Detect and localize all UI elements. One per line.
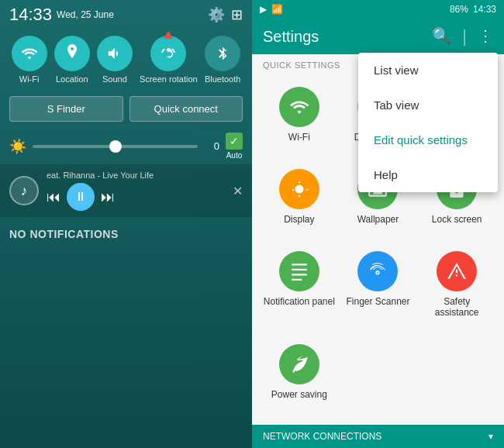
brightness-icon: ☀️ (9, 138, 26, 155)
location-label: Location (56, 74, 88, 84)
display-circle (279, 169, 319, 209)
wifi-settings-circle (279, 87, 319, 127)
left-date: Wed, 25 June (57, 9, 114, 20)
play-pause-button[interactable]: ⏸ (67, 183, 95, 211)
quick-icon-bluetooth[interactable]: Bluetooth (205, 36, 240, 84)
settings-header-icons: 🔍 | ⋮ (432, 26, 493, 47)
auto-brightness-toggle[interactable]: ✓ Auto (226, 133, 243, 160)
settings-item-power-saving[interactable]: Power saving (260, 336, 339, 419)
wifi-circle (12, 36, 47, 71)
wifi-settings-label: Wi-Fi (288, 132, 310, 143)
settings-item-safety-assistance[interactable]: Safety assistance (417, 243, 496, 336)
screen-rotation-circle (150, 36, 186, 71)
safety-assistance-label: Safety assistance (420, 296, 493, 318)
checkmark-icon: ✓ (226, 133, 243, 150)
settings-item-finger-scanner[interactable]: Finger Scanner (339, 243, 418, 336)
left-status-bar: 14:33 Wed, 25 June ⚙️ ⊞ (0, 0, 252, 29)
prev-button[interactable]: ⏮ (47, 189, 60, 205)
music-album-icon: ♪ (9, 176, 39, 205)
sound-circle (97, 36, 133, 71)
s-finder-button[interactable]: S Finder (9, 96, 123, 122)
lock-screen-label: Lock screen (432, 214, 482, 225)
brightness-thumb (109, 140, 122, 153)
right-time: 14:33 (473, 4, 496, 15)
brightness-slider[interactable] (33, 145, 198, 148)
brightness-value: 0 (204, 140, 219, 152)
power-saving-label: Power saving (271, 389, 327, 400)
dropdown-edit-quick-settings[interactable]: Edit quick settings (358, 122, 498, 157)
music-close-button[interactable]: ✕ (233, 184, 243, 198)
search-icon[interactable]: 🔍 (432, 26, 451, 47)
music-controls: ⏮ ⏸ ⏭ (47, 183, 225, 211)
finger-scanner-circle (357, 251, 398, 291)
brightness-row: ☀️ 0 ✓ Auto (0, 128, 252, 164)
dropdown-help[interactable]: Help (358, 157, 498, 192)
settings-title: Settings (263, 28, 319, 46)
music-row: ♪ eat. Rihanna - Live Your Life ⏮ ⏸ ⏭ ✕ (0, 164, 252, 217)
bluetooth-label: Bluetooth (205, 74, 240, 84)
play-icon: ▶ (260, 4, 267, 15)
left-panel: 14:33 Wed, 25 June ⚙️ ⊞ Wi-Fi Location (0, 0, 252, 448)
auto-label: Auto (226, 151, 243, 160)
network-connections-label: NETWORK CONNECTIONS (263, 431, 381, 442)
dropdown-tab-view[interactable]: Tab view (358, 88, 498, 122)
settings-item-notification-panel[interactable]: Notification panel (260, 243, 339, 336)
finger-scanner-label: Finger Scanner (346, 296, 409, 307)
quick-icons-row: Wi-Fi Location Sound (0, 29, 252, 90)
power-saving-circle (279, 344, 319, 384)
right-panel: ▶ 📶 86% 14:33 Settings 🔍 | ⋮ QUICK SETTI… (252, 0, 504, 448)
display-label: Display (284, 214, 314, 225)
no-notifications-label: NO NOTIFICATIONS (0, 217, 252, 251)
network-connections-bar: NETWORK CONNECTIONS ▾ (252, 425, 504, 448)
sound-label: Sound (102, 74, 127, 84)
location-circle (54, 36, 90, 71)
quick-icon-sound[interactable]: Sound (97, 36, 133, 84)
quick-icon-wifi[interactable]: Wi-Fi (12, 36, 47, 84)
right-status-left: ▶ 📶 (260, 4, 283, 15)
right-status-right: 86% 14:33 (450, 4, 496, 15)
dropdown-list-view[interactable]: List view (358, 53, 498, 88)
quick-icon-screen-rotation[interactable]: Screen rotation (140, 36, 198, 84)
arrow-indicator (164, 31, 173, 39)
music-title: eat. Rihanna - Live Your Life (47, 171, 225, 180)
right-status-bar: ▶ 📶 86% 14:33 (252, 0, 504, 19)
gear-icon[interactable]: ⚙️ (208, 6, 225, 23)
settings-item-wifi[interactable]: Wi-Fi (260, 79, 339, 161)
left-time: 14:33 (9, 5, 52, 25)
wallpaper-label: Wallpaper (357, 214, 399, 225)
safety-assistance-circle (437, 251, 477, 291)
grid-icon[interactable]: ⊞ (231, 6, 243, 23)
settings-header: Settings 🔍 | ⋮ (252, 19, 504, 54)
signal-icon: 📶 (271, 4, 283, 15)
more-options-icon[interactable]: ⋮ (478, 26, 493, 47)
battery-level: 86% (450, 4, 468, 15)
next-button[interactable]: ⏭ (101, 189, 115, 205)
notification-panel-circle (279, 251, 319, 291)
bluetooth-circle (205, 36, 240, 71)
notification-panel-label: Notification panel (264, 296, 335, 307)
buttons-row: S Finder Quick connect (0, 90, 252, 128)
settings-item-display[interactable]: Display (260, 161, 339, 243)
chevron-down-icon: ▾ (488, 431, 493, 442)
dropdown-menu: List view Tab view Edit quick settings H… (358, 53, 498, 192)
quick-connect-button[interactable]: Quick connect (129, 96, 243, 122)
quick-icon-location[interactable]: Location (54, 36, 90, 84)
wifi-label: Wi-Fi (19, 74, 40, 84)
screen-rotation-label: Screen rotation (140, 74, 198, 84)
